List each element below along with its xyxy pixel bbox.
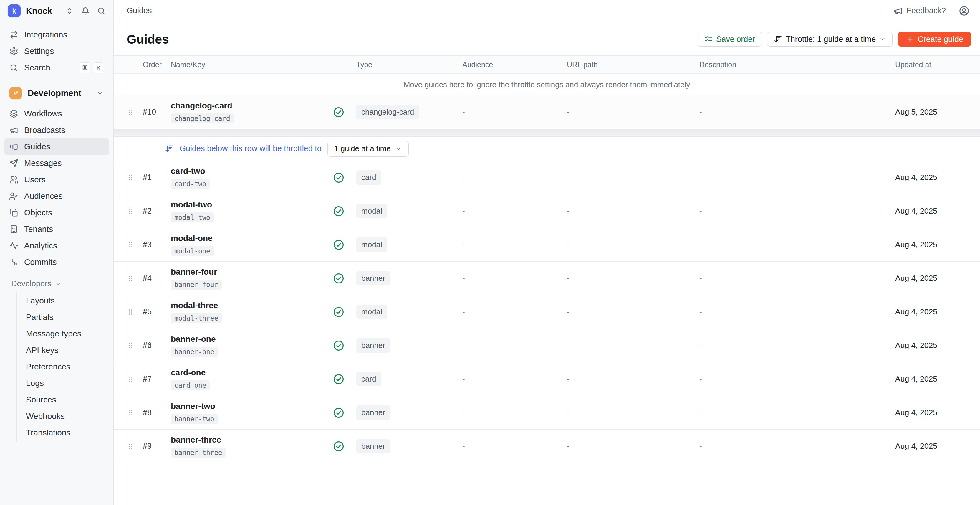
guide-row-banner-three[interactable]: #9 banner-three banner-three banner - - … [114, 430, 980, 463]
sidebar-item-integrations[interactable]: Integrations [4, 27, 109, 43]
drag-handle-icon[interactable] [127, 273, 134, 284]
sidebar-item-guides[interactable]: Guides [4, 139, 109, 155]
sidebar-item-webhooks[interactable]: Webhooks [17, 408, 109, 425]
sidebar-item-audiences[interactable]: Audiences [4, 188, 109, 204]
sidebar-item-broadcasts[interactable]: Broadcasts [4, 122, 109, 139]
developers-section-toggle[interactable]: Developers [4, 276, 109, 292]
user-avatar-icon[interactable] [959, 6, 969, 16]
column-header-audience: Audience [462, 61, 567, 69]
guide-row-modal-two[interactable]: #2 modal-two modal-two modal - - - Aug 4… [114, 194, 980, 228]
knock-logo[interactable]: k [8, 5, 21, 18]
guide-audience: - [462, 341, 567, 350]
sidebar-nav: Integrations Settings Search ⌘K Developm… [0, 22, 113, 442]
status-check-icon [333, 106, 345, 118]
guide-audience: - [462, 442, 567, 451]
topbar: Guides Feedback? [114, 0, 980, 22]
guide-type: banner [356, 439, 462, 454]
type-badge: modal [356, 305, 387, 319]
sidebar-item-search[interactable]: Search ⌘K [4, 59, 109, 76]
sidebar-item-preferences[interactable]: Preferences [17, 358, 109, 375]
drag-handle-icon[interactable] [127, 408, 134, 418]
sort-descending-icon [774, 35, 782, 43]
feedback-label: Feedback? [906, 6, 946, 15]
sidebar-item-objects[interactable]: Objects [4, 204, 109, 221]
save-order-button[interactable]: Save order [698, 32, 762, 46]
sidebar-item-logs[interactable]: Logs [17, 375, 109, 392]
send-icon [10, 159, 18, 168]
guide-updated-at: Aug 4, 2025 [895, 240, 971, 249]
drag-handle-icon[interactable] [127, 107, 134, 117]
environment-switcher[interactable]: Development [5, 84, 108, 102]
workspace-header: k Knock [0, 0, 113, 22]
guide-description: - [699, 240, 895, 249]
guide-name: banner-two [171, 401, 215, 411]
swap-icon [10, 30, 18, 39]
feedback-button[interactable]: Feedback? [893, 6, 946, 16]
drag-handle-icon[interactable] [127, 441, 134, 451]
guide-order: #7 [143, 374, 171, 384]
guide-row-banner-two[interactable]: #8 banner-two banner-two banner - - - Au… [114, 396, 980, 430]
guide-row-changelog-card[interactable]: #10 changelog-card changelog-card change… [114, 96, 980, 129]
guide-name: card-two [171, 166, 205, 176]
guide-key: card-two [171, 179, 210, 189]
guide-row-card-two[interactable]: #1 card-two card-two card - - - Aug 4, 2… [114, 161, 980, 194]
chevron-down-icon [55, 281, 62, 287]
sidebar-item-messages[interactable]: Messages [4, 155, 109, 172]
guide-name: banner-three [171, 435, 221, 444]
guide-updated-at: Aug 4, 2025 [895, 341, 971, 350]
drag-handle-icon[interactable] [127, 341, 134, 350]
guide-audience: - [462, 274, 567, 283]
sidebar-item-sources[interactable]: Sources [17, 392, 109, 408]
sidebar-item-layouts[interactable]: Layouts [17, 293, 109, 309]
guide-row-modal-three[interactable]: #5 modal-three modal-three modal - - - A… [114, 295, 980, 329]
type-badge: banner [356, 338, 390, 353]
sidebar-item-message-types[interactable]: Message types [17, 326, 109, 342]
guide-key: modal-three [171, 313, 222, 323]
create-guide-button[interactable]: Create guide [898, 32, 971, 46]
sidebar-item-api-keys[interactable]: API keys [17, 342, 109, 358]
guide-updated-at: Aug 5, 2025 [895, 108, 971, 117]
workspace-name: Knock [26, 6, 52, 16]
save-order-label: Save order [716, 35, 755, 44]
guide-description: - [699, 374, 895, 384]
notifications-bell-icon[interactable] [81, 6, 90, 15]
drag-handle-icon[interactable] [127, 206, 134, 216]
drag-handle-icon[interactable] [127, 173, 134, 183]
guide-order: #4 [143, 274, 171, 283]
chevron-down-icon [96, 89, 104, 97]
environment-label: Development [28, 88, 81, 98]
sidebar-item-translations[interactable]: Translations [17, 425, 109, 441]
sidebar-item-workflows[interactable]: Workflows [4, 105, 109, 122]
guide-row-banner-four[interactable]: #4 banner-four banner-four banner - - - … [114, 262, 980, 295]
search-icon[interactable] [97, 6, 106, 15]
sidebar-item-tenants[interactable]: Tenants [4, 221, 109, 237]
sidebar-item-settings[interactable]: Settings [4, 43, 109, 59]
guide-row-banner-one[interactable]: #6 banner-one banner-one banner - - - Au… [114, 329, 980, 362]
guide-description: - [699, 307, 895, 317]
sidebar-item-analytics[interactable]: Analytics [4, 237, 109, 254]
guide-order: #10 [143, 108, 171, 117]
drag-handle-icon[interactable] [127, 374, 134, 384]
type-badge: banner [356, 271, 390, 285]
guide-updated-at: Aug 4, 2025 [895, 173, 971, 182]
status-check-icon [333, 272, 345, 284]
guide-row-modal-one[interactable]: #3 modal-one modal-one modal - - - Aug 4… [114, 228, 980, 262]
guide-key: banner-three [171, 448, 226, 457]
guide-audience: - [462, 207, 567, 216]
workspace-switcher-icon[interactable] [65, 6, 74, 15]
guide-name: banner-one [171, 335, 216, 344]
throttle-dropdown-button[interactable]: Throttle: 1 guide at a time [767, 32, 892, 46]
column-header-updated-at: Updated at [895, 61, 971, 69]
sidebar-item-partials[interactable]: Partials [17, 309, 109, 326]
activity-icon [10, 241, 18, 250]
guide-audience: - [462, 307, 567, 317]
sidebar-item-users[interactable]: Users [4, 172, 109, 188]
throttle-limit-select[interactable]: 1 guide at a time [328, 141, 409, 157]
create-guide-label: Create guide [918, 35, 963, 44]
drag-handle-icon[interactable] [127, 240, 134, 250]
sidebar-item-commits[interactable]: Commits [4, 254, 109, 271]
guide-name: changelog-card [171, 101, 232, 110]
drag-handle-icon[interactable] [127, 307, 134, 317]
guide-row-card-one[interactable]: #7 card-one card-one card - - - Aug 4, 2… [114, 362, 980, 396]
guide-name-key: banner-one banner-one [171, 335, 333, 357]
